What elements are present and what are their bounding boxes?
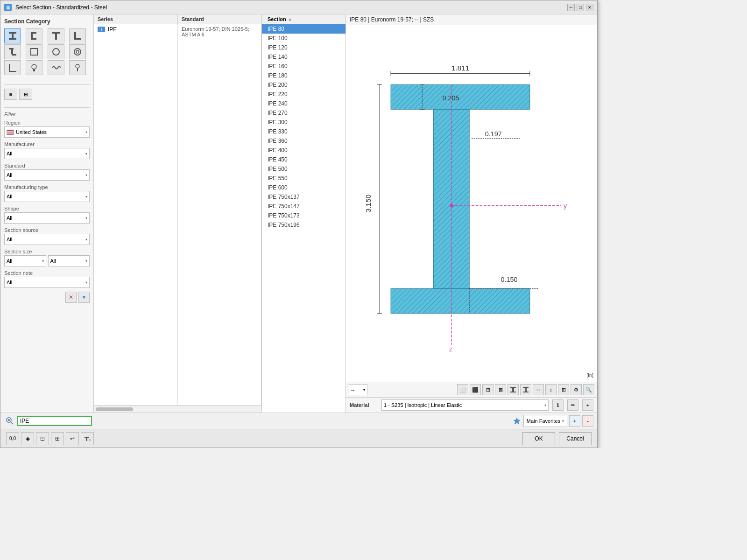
beam-diagram: 1.811 3.150 0.205 0.197 [346, 25, 597, 382]
C-shape-button[interactable] [26, 28, 42, 43]
tool3-button[interactable]: ⊞ [51, 432, 64, 445]
clear-filter-button[interactable]: ✕ [65, 292, 77, 303]
rect-shape-button[interactable] [26, 44, 42, 59]
horizontal-scrollbar[interactable] [94, 405, 261, 413]
maximize-button[interactable]: □ [577, 4, 584, 11]
material-edit-button[interactable]: ✏ [567, 399, 578, 411]
section-item-IPE600[interactable]: IPE 600 [262, 183, 345, 192]
section-item-IPE200[interactable]: IPE 200 [262, 80, 345, 90]
search-input[interactable] [20, 418, 89, 424]
wire-view-button[interactable]: ⊞ [482, 384, 493, 395]
section-item-IPE140[interactable]: IPE 140 [262, 52, 345, 62]
svg-rect-13 [31, 49, 37, 55]
add-favorites-button[interactable]: + [569, 415, 580, 427]
shape-value: All [7, 215, 12, 221]
Z-shape-button[interactable] [4, 44, 21, 59]
section-item-IPE120[interactable]: IPE 120 [262, 43, 345, 52]
section-size-select2[interactable]: All ▾ [48, 255, 90, 266]
close-button[interactable]: ✕ [586, 4, 593, 11]
coordinates-button[interactable]: 0,0 [6, 432, 19, 445]
section-note-value: All [7, 280, 12, 285]
frame-view-button[interactable]: ⬜ [457, 384, 468, 395]
section-item-IPE100[interactable]: IPE 100 [262, 34, 345, 43]
content-area: Section Category [0, 14, 597, 413]
ibeam-icon-button[interactable] [507, 384, 519, 395]
zoom-icon-button[interactable]: 🔍 [583, 384, 594, 395]
section-item-IPE330[interactable]: IPE 330 [262, 127, 345, 136]
cancel-button[interactable]: Cancel [559, 432, 592, 445]
section-note-label: Section note [4, 270, 90, 276]
series-item-IPE[interactable]: I IPE [94, 24, 177, 35]
material-info-button[interactable]: ℹ [552, 399, 564, 411]
section-item-IPE360[interactable]: IPE 360 [262, 136, 345, 146]
region-value: United States [16, 129, 47, 135]
section-note-select[interactable]: All ▾ [4, 277, 90, 288]
section-item-IPE180[interactable]: IPE 180 [262, 71, 345, 80]
shape-chevron-icon: ▾ [85, 216, 87, 220]
section-item-IPE240[interactable]: IPE 240 [262, 99, 345, 108]
minimize-button[interactable]: ─ [567, 4, 575, 11]
angle-shape-button[interactable] [4, 60, 21, 75]
cut-view-button[interactable]: ⊠ [495, 384, 506, 395]
ok-button[interactable]: OK [522, 432, 555, 445]
standard-select[interactable]: All ▾ [4, 169, 90, 181]
material-add-button[interactable]: + [582, 399, 593, 411]
scrollbar-thumb[interactable] [96, 407, 133, 411]
section-item-IPE450[interactable]: IPE 450 [262, 155, 345, 164]
section-item-IPE400[interactable]: IPE 400 [262, 146, 345, 155]
misc2-shape-button[interactable] [26, 60, 42, 75]
section-item-IPE750x173[interactable]: IPE 750x173 [262, 211, 345, 220]
svg-text:0.197: 0.197 [485, 130, 502, 138]
dim-icon-button[interactable]: ↔ [533, 384, 544, 395]
section-item-IPE750x147[interactable]: IPE 750x147 [262, 202, 345, 211]
region-select[interactable]: United States ▾ [4, 126, 90, 138]
svg-rect-52 [510, 392, 516, 392]
favorites-dropdown[interactable]: Main Favorites ▾ [523, 415, 567, 427]
grid-view-button[interactable]: ⊞ [19, 89, 32, 100]
wave-shape-button[interactable] [48, 60, 64, 75]
svg-rect-0 [9, 32, 16, 34]
search-input-wrapper [17, 416, 92, 426]
ibeam2-icon-button[interactable] [520, 384, 531, 395]
T-shape-button[interactable] [48, 28, 64, 43]
view-dropdown[interactable]: -- ▾ [349, 384, 367, 395]
solid-view-button[interactable]: ⬛ [470, 384, 481, 395]
section-item-IPE80[interactable]: IPE 80 [262, 24, 345, 34]
apply-filter-button[interactable]: ▼ [78, 292, 90, 303]
tool2-button[interactable]: ⊡ [36, 432, 49, 445]
section-item-IPE550[interactable]: IPE 550 [262, 174, 345, 183]
section-item-IPE750x196[interactable]: IPE 750x196 [262, 220, 345, 230]
manufacturer-select[interactable]: All ▾ [4, 148, 90, 159]
section-item-IPE160[interactable]: IPE 160 [262, 62, 345, 71]
footer-left: 0,0 ◈ ⊡ ⊞ ↩ b [6, 432, 94, 445]
section-item-IPE300[interactable]: IPE 300 [262, 118, 345, 127]
remove-favorites-button[interactable]: - [582, 415, 593, 427]
L-shape-button[interactable] [69, 28, 86, 43]
circle-shape-button[interactable] [48, 44, 64, 59]
section-size-select1[interactable]: All ▾ [4, 255, 46, 266]
standard-value: All [7, 172, 12, 178]
section-item-IPE220[interactable]: IPE 220 [262, 90, 345, 99]
I-shape-button[interactable] [4, 28, 21, 43]
settings-icon-button[interactable]: ⚙ [571, 384, 582, 395]
dim2-icon-button[interactable]: ↕ [545, 384, 557, 395]
material-select[interactable]: 1 - S235 | Isotropic | Linear Elastic ▾ [381, 399, 549, 411]
section-size-chevron2-icon: ▾ [85, 259, 87, 263]
tool1-button[interactable]: ◈ [21, 432, 34, 445]
section-category-header: Section Category [4, 18, 90, 25]
section-item-IPE750x137[interactable]: IPE 750x137 [262, 192, 345, 202]
tool5-button[interactable]: b [81, 432, 94, 445]
shape-select[interactable]: All ▾ [4, 212, 90, 224]
tube-shape-button[interactable] [69, 44, 86, 59]
section-source-chevron-icon: ▾ [85, 238, 87, 242]
list-view-button[interactable]: ≡ [4, 89, 17, 100]
pin-shape-button[interactable] [69, 60, 86, 75]
grid-icon-button[interactable]: ⊞ [558, 384, 569, 395]
section-item-IPE500[interactable]: IPE 500 [262, 164, 345, 174]
tool4-button[interactable]: ↩ [66, 432, 79, 445]
manufacturing-type-select[interactable]: All ▾ [4, 191, 90, 202]
section-source-select[interactable]: All ▾ [4, 234, 90, 245]
section-item-IPE270[interactable]: IPE 270 [262, 108, 345, 118]
section-list: IPE 80 IPE 100 IPE 120 IPE 140 IPE 160 I… [262, 24, 345, 413]
favorites-icon [512, 416, 521, 426]
